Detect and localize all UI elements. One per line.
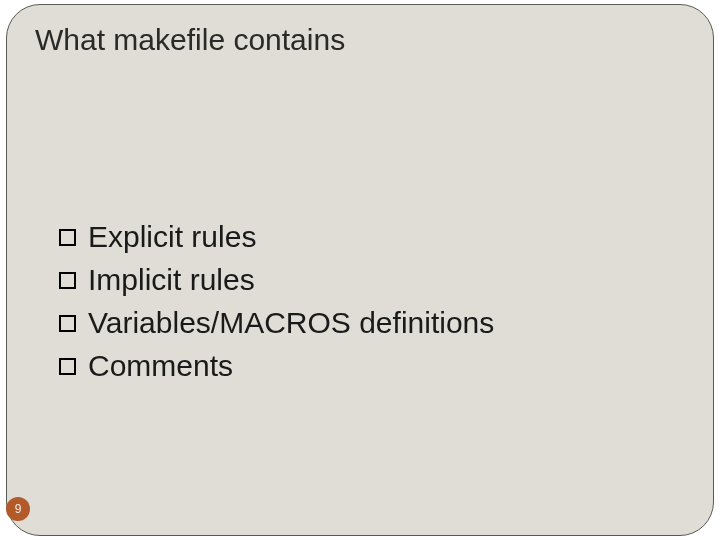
bullet-list: Explicit rules Implicit rules Variables/… [59,217,659,389]
page-number: 9 [15,503,22,515]
list-item: Comments [59,346,659,385]
list-item-text: Comments [88,346,233,385]
square-bullet-icon [59,272,76,289]
list-item-text: Explicit rules [88,217,256,256]
list-item-text: Implicit rules [88,260,255,299]
slide-title: What makefile contains [35,23,345,57]
list-item: Explicit rules [59,217,659,256]
square-bullet-icon [59,358,76,375]
square-bullet-icon [59,229,76,246]
page-number-badge: 9 [6,497,30,521]
square-bullet-icon [59,315,76,332]
list-item-text: Variables/MACROS definitions [88,303,494,342]
slide-frame: What makefile contains Explicit rules Im… [6,4,714,536]
list-item: Variables/MACROS definitions [59,303,659,342]
list-item: Implicit rules [59,260,659,299]
